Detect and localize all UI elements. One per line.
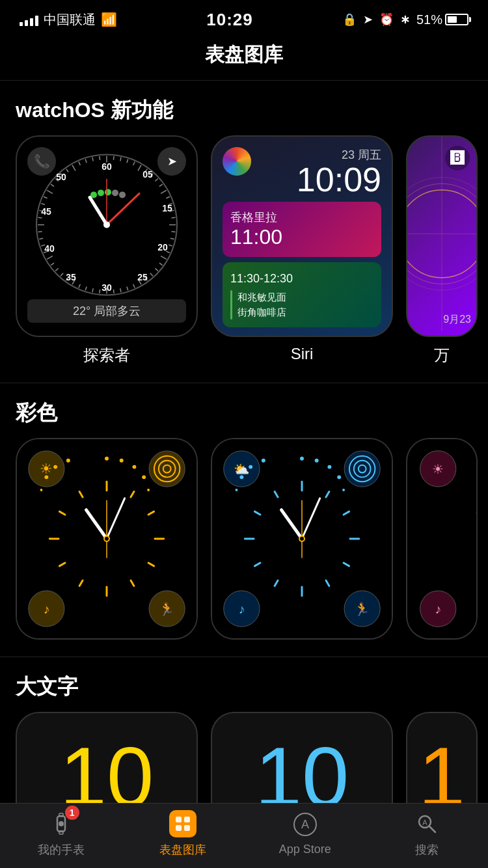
svg-text:25: 25 <box>137 272 148 282</box>
svg-text:A: A <box>423 819 428 826</box>
face-card-explorer[interactable]: 📞 ➤ <box>16 135 198 337</box>
face-item-color-pink[interactable]: ☀ <box>406 438 478 640</box>
svg-text:♪: ♪ <box>435 602 441 616</box>
face-item-siri[interactable]: 23 周五 10:09 香格里拉 11:00 11:30-12:30 <box>211 135 393 366</box>
tab-search-icon-wrap: A <box>411 808 442 839</box>
svg-point-73 <box>105 189 111 195</box>
svg-line-15 <box>171 217 175 218</box>
face-item-explorer[interactable]: 📞 ➤ <box>16 135 198 366</box>
battery-icon <box>445 14 468 25</box>
svg-line-35 <box>79 284 80 288</box>
svg-point-75 <box>119 191 126 198</box>
svg-text:🏃: 🏃 <box>354 601 370 617</box>
svg-line-41 <box>47 256 53 259</box>
face-label-wan: 万 <box>434 345 450 366</box>
svg-text:50: 50 <box>56 172 66 182</box>
nav-title: 表盘图库 <box>0 35 488 81</box>
section-new-features: watchOS 新功能 📞 ➤ <box>0 81 488 383</box>
svg-line-18 <box>170 238 174 239</box>
svg-text:05: 05 <box>142 169 153 180</box>
color-gold-svg: ☀ <box>17 439 197 638</box>
svg-point-97 <box>66 459 70 463</box>
face-card-color-pink[interactable]: ☀ <box>406 438 478 640</box>
svg-line-19 <box>169 245 172 246</box>
svg-line-52 <box>51 184 54 187</box>
face-label-siri: Siri <box>291 345 314 363</box>
svg-line-28 <box>127 287 128 291</box>
svg-point-95 <box>142 475 146 479</box>
svg-text:☀: ☀ <box>432 462 444 476</box>
face-card-color-gold[interactable]: ☀ <box>16 438 198 640</box>
face-item-color-blue[interactable]: ⛅ <box>211 438 393 640</box>
svg-point-135 <box>262 459 265 463</box>
faces-scroll-color[interactable]: ☀ <box>0 438 488 650</box>
tab-watch-gallery[interactable]: 表盘图库 <box>144 808 222 858</box>
svg-rect-183 <box>184 825 190 831</box>
wifi-icon: 📶 <box>101 12 117 27</box>
svg-text:♪: ♪ <box>238 602 245 616</box>
svg-line-3 <box>120 157 121 161</box>
svg-point-179 <box>59 821 64 826</box>
svg-point-137 <box>239 475 243 479</box>
svg-text:🏃: 🏃 <box>159 601 175 617</box>
color-pink-svg: ☀ <box>407 439 478 638</box>
face-card-color-blue[interactable]: ⛅ <box>211 438 393 640</box>
svg-point-131 <box>315 459 319 463</box>
tab-my-watch[interactable]: 1 我的手表 <box>22 808 100 858</box>
svg-text:A: A <box>301 818 309 831</box>
svg-line-32 <box>100 290 100 293</box>
svg-line-56 <box>72 165 75 171</box>
face-item-color-gold[interactable]: ☀ <box>16 438 198 640</box>
siri-time-block: 23 周五 10:09 <box>297 147 381 197</box>
svg-line-51 <box>47 190 53 193</box>
svg-line-38 <box>61 273 63 276</box>
status-right: 🔒 ➤ ⏰ ∗ 51% <box>342 12 468 27</box>
section-color-title: 彩色 <box>0 399 488 438</box>
face-card-siri[interactable]: 23 周五 10:09 香格里拉 11:00 11:30-12:30 <box>211 135 393 337</box>
svg-rect-182 <box>176 825 182 831</box>
svg-line-59 <box>92 157 93 161</box>
tab-label-app-store: App Store <box>279 843 331 856</box>
svg-point-134 <box>342 489 345 491</box>
svg-point-156 <box>300 537 304 541</box>
svg-line-55 <box>66 169 69 172</box>
search-icon: A <box>415 812 439 835</box>
tab-my-watch-icon-wrap: 1 <box>46 808 77 839</box>
siri-time: 10:09 <box>297 163 381 197</box>
svg-line-44 <box>39 238 43 239</box>
svg-line-40 <box>51 263 54 265</box>
tab-badge-watch: 1 <box>65 806 79 820</box>
svg-line-17 <box>171 232 175 232</box>
svg-point-118 <box>105 537 109 541</box>
siri-logo <box>223 147 251 176</box>
siri-card-1: 香格里拉 11:00 <box>223 202 381 257</box>
svg-rect-178 <box>59 831 63 834</box>
gallery-icon <box>169 810 197 837</box>
svg-line-47 <box>38 217 42 218</box>
svg-line-45 <box>38 232 42 232</box>
svg-line-4 <box>127 159 128 163</box>
section-color: 彩色 ☀ <box>0 383 488 657</box>
svg-point-96 <box>147 489 150 491</box>
svg-point-79 <box>103 221 110 228</box>
tab-search[interactable]: A 搜索 <box>388 808 466 858</box>
svg-line-10 <box>159 184 163 187</box>
face-item-wan[interactable]: 🅱 9月23 万 <box>406 135 478 366</box>
svg-point-99 <box>44 475 48 479</box>
svg-line-77 <box>107 193 139 224</box>
svg-point-100 <box>40 489 42 491</box>
tab-label-watch-gallery: 表盘图库 <box>159 842 206 858</box>
svg-point-133 <box>337 475 341 479</box>
siri-card1-location: 香格里拉 <box>230 210 373 225</box>
tab-watch-gallery-icon-wrap <box>167 808 198 839</box>
svg-text:15: 15 <box>162 203 172 213</box>
signal-bars <box>20 13 38 26</box>
svg-line-24 <box>150 273 153 276</box>
svg-text:35: 35 <box>66 272 76 282</box>
faces-scroll-new[interactable]: 📞 ➤ <box>0 135 488 376</box>
svg-rect-180 <box>176 817 182 822</box>
tab-app-store[interactable]: A App Store <box>266 809 344 856</box>
svg-line-50 <box>44 197 47 198</box>
face-card-wan[interactable]: 🅱 9月23 <box>406 135 478 337</box>
wan-decoration <box>407 137 476 331</box>
